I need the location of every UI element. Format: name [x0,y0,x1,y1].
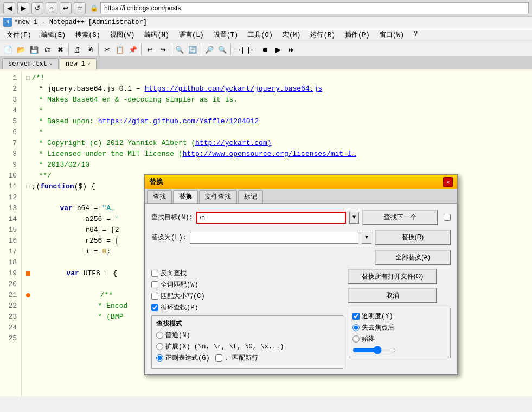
reverse-find-checkbox[interactable] [151,270,158,277]
dot-newline-checkbox[interactable] [215,354,222,362]
dot-newline-row: . 匹配新行 [215,353,258,363]
search-mode-title: 查找模式 [156,319,338,328]
replace-dialog: 替换 ✕ 查找 替换 文件查找 标记 查找目标(N): ▼ 查找下一个 替换为(… [144,174,458,375]
regex-mode-radio[interactable] [156,354,163,362]
dialog-tab-mark[interactable]: 标记 [238,190,263,203]
cancel-button[interactable]: 取消 [348,288,437,303]
dialog-tab-replace[interactable]: 替换 [173,190,198,203]
always-row: 始终 [352,334,446,344]
match-case-label: 匹配大小写(C) [161,291,205,301]
wrap-row: 循环查找(P) [151,303,343,312]
whole-word-label: 全词匹配(W) [161,280,198,289]
lose-focus-radio[interactable] [352,324,360,331]
replace-row: 替换为(L): ▼ 替换(R) [151,230,451,245]
reverse-find-label: 反向查找 [161,269,187,278]
find-next-button[interactable]: 查找下一个 [362,210,438,225]
transparency-row: 透明度(Y) [352,312,446,321]
whole-word-checkbox[interactable] [151,281,158,288]
replace-input[interactable] [190,232,358,244]
search-mode-group: 查找模式 普通(N) 扩展(X) (\n, \r, \t, \0, \x...) [151,315,343,369]
replace-dropdown[interactable]: ▼ [362,232,371,244]
dialog-tabs: 查找 替换 文件查找 标记 [145,189,457,204]
transparency-slider-container [352,346,446,354]
normal-mode-radio[interactable] [156,332,163,339]
reverse-find-row: 反向查找 [151,269,343,278]
wrap-checkbox[interactable] [151,304,158,311]
regex-mode-label: 正则表达式(G) [165,353,210,363]
normal-mode-row: 普通(N) [156,331,338,340]
dialog-titlebar: 替换 ✕ [145,175,457,189]
extended-mode-radio[interactable] [156,343,163,350]
dialog-left-col: 反向查找 全词匹配(W) 匹配大小写(C) 循环查找(P) [151,269,343,369]
lose-focus-label: 失去焦点后 [362,323,394,332]
find-label: 查找目标(N): [151,213,193,222]
find-input[interactable] [196,212,346,224]
wrap-label: 循环查找(P) [161,303,198,312]
find-dropdown[interactable]: ▼ [349,212,359,224]
dialog-tab-file-find[interactable]: 文件查找 [199,190,237,203]
dot-newline-label: . 匹配新行 [225,353,258,363]
lose-focus-row: 失去焦点后 [352,323,446,332]
transparency-slider[interactable] [352,346,396,354]
normal-mode-label: 普通(N) [165,331,190,340]
transparency-label: 透明度(Y) [362,312,393,321]
regex-mode-row: 正则表达式(G) [156,353,210,363]
always-label: 始终 [362,334,375,344]
replace-all-open-button[interactable]: 替换所有打开文件(O) [348,269,437,284]
extended-mode-label: 扩展(X) (\n, \r, \t, \0, \x...) [165,342,284,351]
transparency-section: 透明度(Y) 失去焦点后 始终 [348,308,451,358]
extended-mode-row: 扩展(X) (\n, \r, \t, \0, \x...) [156,342,338,351]
dialog-right-col: 替换所有打开文件(O) 取消 透明度(Y) 失去焦点后 [348,269,451,369]
match-case-checkbox[interactable] [151,293,158,300]
dialog-title: 替换 [149,177,163,187]
whole-word-row: 全词匹配(W) [151,280,343,289]
transparency-checkbox[interactable] [352,313,360,320]
replace-label: 替换为(L): [151,233,187,242]
replace-all-button[interactable]: 全部替换(A) [375,250,451,265]
dialog-close-button[interactable]: ✕ [443,177,453,187]
dialog-content: 查找目标(N): ▼ 查找下一个 替换为(L): ▼ 替换(R) 全部替换(A) [145,204,457,374]
replace-button[interactable]: 替换(R) [375,230,451,245]
match-case-row: 匹配大小写(C) [151,291,343,301]
find-row: 查找目标(N): ▼ 查找下一个 [151,210,451,225]
always-radio[interactable] [352,335,360,343]
dialog-overlay: 替换 ✕ 查找 替换 文件查找 标记 查找目标(N): ▼ 查找下一个 替换为(… [0,0,532,396]
find-next-checkbox[interactable] [444,214,451,221]
dialog-tab-find[interactable]: 查找 [147,190,172,203]
